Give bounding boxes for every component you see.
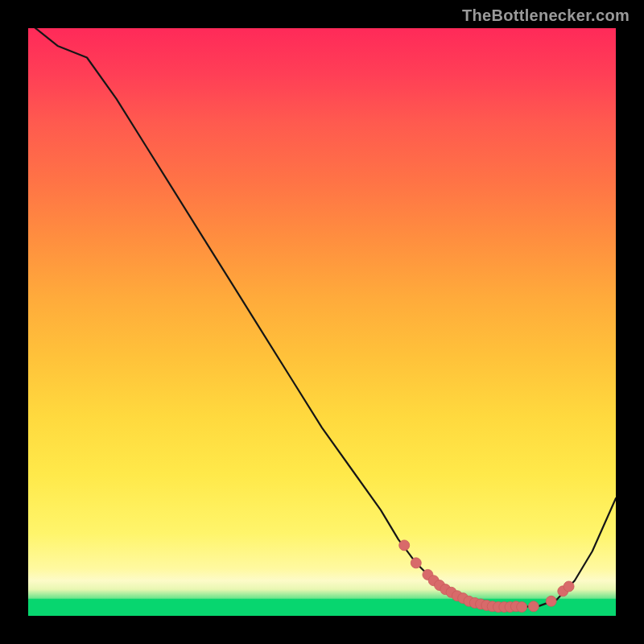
chart-svg <box>28 28 616 616</box>
marker-point <box>517 602 527 613</box>
marker-point <box>528 601 539 612</box>
plot-area <box>28 28 616 616</box>
marker-point <box>399 540 410 551</box>
marker-point <box>564 581 574 592</box>
marker-point <box>411 558 421 568</box>
marker-point <box>546 596 556 606</box>
credit-watermark: TheBottlenecker.com <box>462 6 630 25</box>
bottleneck-curve <box>28 28 616 607</box>
chart-frame: TheBottlenecker.com <box>0 0 644 644</box>
highlighted-range-markers <box>399 540 574 613</box>
